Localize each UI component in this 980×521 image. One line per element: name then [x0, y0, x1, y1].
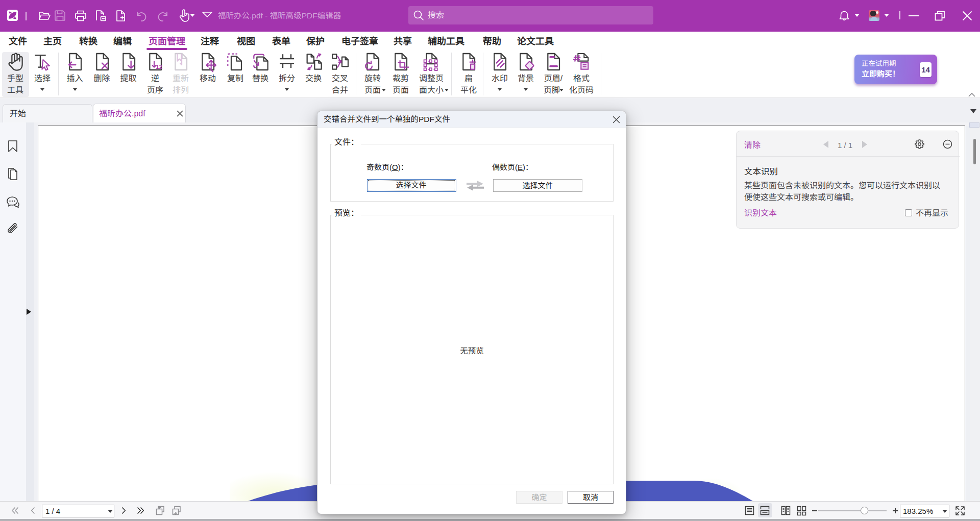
svg-text:12: 12: [156, 64, 162, 70]
